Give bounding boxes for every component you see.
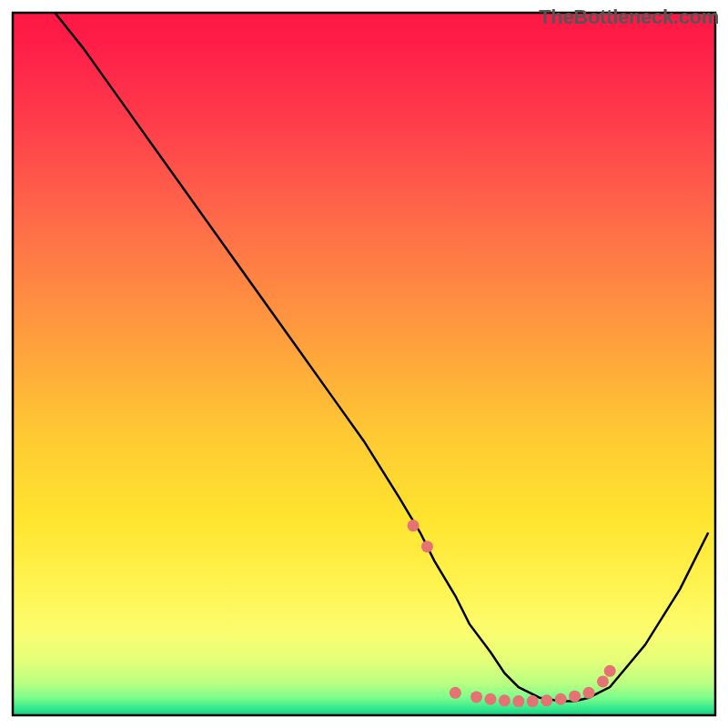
watermark-label: TheBottleneck.com xyxy=(539,5,719,29)
marker-dot xyxy=(597,675,609,687)
bottleneck-curve-chart xyxy=(0,0,728,728)
marker-dot xyxy=(484,693,496,705)
marker-dot xyxy=(421,541,433,552)
chart-container: TheBottleneck.com xyxy=(0,0,728,728)
marker-dot xyxy=(470,691,482,703)
gradient-background xyxy=(13,13,715,715)
marker-dot xyxy=(450,687,461,699)
marker-dot xyxy=(499,694,511,706)
marker-dot xyxy=(555,693,567,705)
marker-dot xyxy=(583,687,595,699)
marker-dot xyxy=(604,665,616,677)
marker-dot xyxy=(512,695,524,707)
marker-dot xyxy=(408,520,420,531)
marker-dot xyxy=(527,695,539,707)
marker-dot xyxy=(541,694,552,706)
marker-dot xyxy=(569,691,581,703)
